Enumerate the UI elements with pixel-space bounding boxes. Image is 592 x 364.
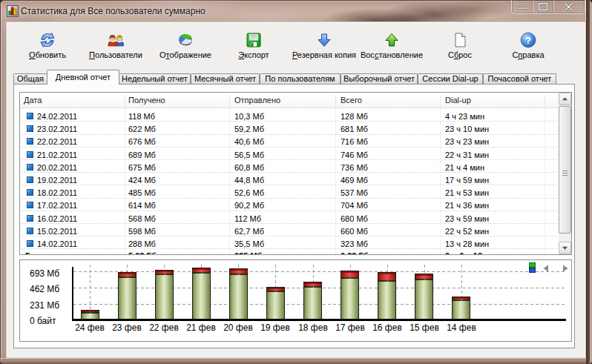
svg-text:?: ? [525,35,531,46]
